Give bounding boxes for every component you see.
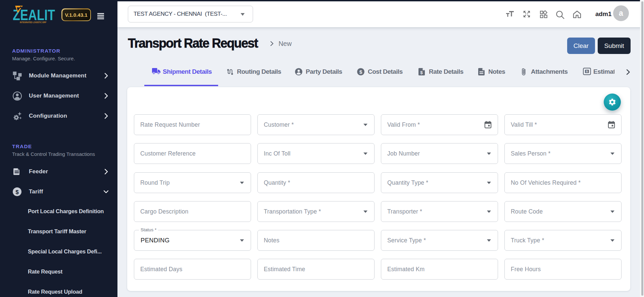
svg-text:$: $ xyxy=(586,69,588,73)
svg-text:INTEGRATED LOGISTIC ERP: INTEGRATED LOGISTIC ERP xyxy=(20,21,46,24)
svg-text:$: $ xyxy=(420,70,423,75)
svg-text:$: $ xyxy=(359,69,362,75)
svg-text:$: $ xyxy=(15,189,19,195)
